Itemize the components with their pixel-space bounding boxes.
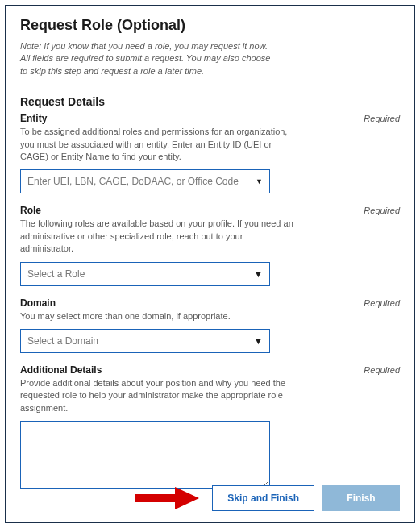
details-help: Provide additional details about your po…: [20, 377, 294, 414]
domain-help: You may select more than one domain, if …: [20, 310, 294, 322]
entity-required: Required: [364, 114, 400, 123]
role-field: Role Required The following roles are av…: [20, 205, 400, 285]
role-help: The following roles are available based …: [20, 218, 294, 255]
domain-field: Domain Required You may select more than…: [20, 297, 400, 353]
request-role-panel: Request Role (Optional) Note: If you kno…: [5, 5, 415, 523]
chevron-down-icon: ▼: [254, 269, 263, 279]
domain-label: Domain: [20, 297, 56, 309]
caret-down-icon: ▼: [256, 177, 263, 185]
role-required: Required: [364, 206, 400, 215]
role-select[interactable]: Select a Role ▼: [20, 262, 270, 286]
domain-required: Required: [364, 298, 400, 308]
skip-and-finish-button[interactable]: Skip and Finish: [212, 485, 314, 511]
entity-field: Entity Required To be assigned additiona…: [20, 113, 400, 193]
svg-rect-0: [135, 494, 177, 502]
domain-placeholder: Select a Domain: [27, 335, 98, 347]
role-label: Role: [20, 205, 41, 216]
domain-select[interactable]: Select a Domain ▼: [20, 329, 270, 353]
entity-placeholder: Enter UEI, LBN, CAGE, DoDAAC, or Office …: [27, 176, 239, 187]
note-text: Note: If you know that you need a role, …: [20, 40, 278, 77]
role-placeholder: Select a Role: [27, 268, 85, 280]
footer-actions: Skip and Finish Finish: [212, 485, 400, 511]
details-field: Additional Details Required Provide addi…: [20, 364, 400, 492]
entity-input[interactable]: Enter UEI, LBN, CAGE, DoDAAC, or Office …: [20, 169, 270, 193]
entity-label: Entity: [20, 113, 47, 124]
entity-help: To be assigned additional roles and perm…: [20, 126, 294, 163]
finish-button[interactable]: Finish: [322, 485, 400, 511]
page-title: Request Role (Optional): [20, 17, 400, 34]
details-label: Additional Details: [20, 364, 102, 376]
chevron-down-icon: ▼: [254, 336, 263, 346]
details-textarea[interactable]: [20, 421, 270, 489]
section-head: Request Details: [20, 95, 400, 108]
details-required: Required: [364, 365, 400, 375]
